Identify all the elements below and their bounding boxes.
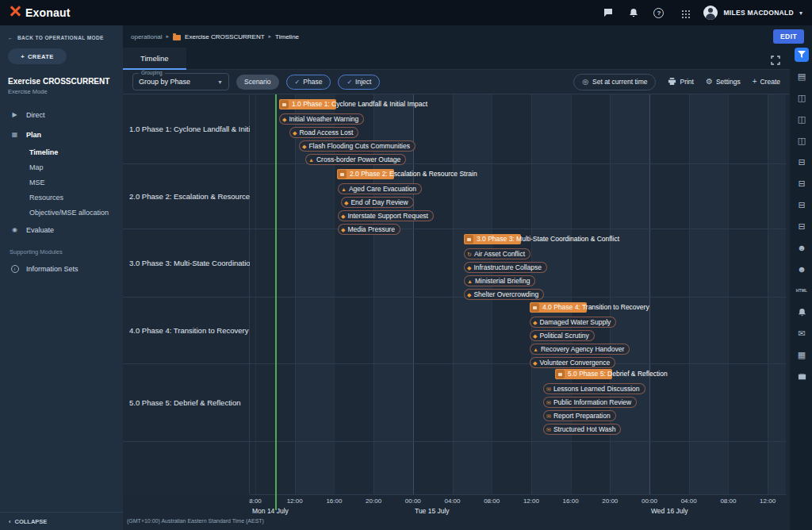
card-icon[interactable]: ◫ (795, 133, 809, 148)
mail-icon: ✉ (546, 400, 551, 405)
grouping-select[interactable]: Grouping Group by Phase ▼ (132, 73, 229, 90)
axis-tick: 08:00 (720, 497, 736, 505)
mail-icon: ✉ (546, 427, 551, 432)
phase-row: 3.0 Phase 3: Multi-State Coordination & … (250, 229, 786, 298)
inject-label: Cross-border Power Outage (316, 156, 400, 163)
breadcrumb-operational[interactable]: operational (131, 33, 163, 40)
phase-row-label: 4.0 Phase 4: Transition to Recovery (123, 298, 250, 364)
inject-chip-road-access-lost[interactable]: ◆Road Access Lost (289, 127, 358, 138)
sidebar-item-resources[interactable]: Resources (0, 190, 123, 205)
breadcrumb-timeline[interactable]: Timeline (275, 33, 299, 40)
sidebar-item-label: MSE (29, 179, 45, 186)
axis-tick: 12:00 (523, 497, 539, 505)
sidebar-create-button[interactable]: + CREATE (8, 48, 67, 64)
sidebar-item-direct[interactable]: ▶Direct (0, 105, 123, 125)
inject-chip-infrastructure-collapse[interactable]: ◆Infrastructure Collapse (464, 262, 547, 273)
phase-filter-chip[interactable]: ✓ Phase (286, 75, 331, 90)
sidebar-item-evaluate[interactable]: ◉Evaluate (0, 220, 123, 240)
print-button[interactable]: Print (668, 77, 693, 87)
inject-chip-political-scrutiny[interactable]: ◆Political Scrutiny (530, 330, 595, 341)
collapse-sidebar-button[interactable]: ‹ COLLAPSE (0, 512, 123, 530)
inject-chip-lessons-learned-discussion[interactable]: ✉Lessons Learned Discussion (543, 383, 645, 394)
tab-timeline[interactable]: Timeline (123, 48, 186, 70)
help-icon[interactable]: ? (653, 7, 665, 19)
bolt-icon: ◆ (533, 320, 537, 325)
inject-chip-damaged-water-supply[interactable]: ◆Damaged Water Supply (530, 317, 616, 328)
edit-button[interactable]: EDIT (773, 29, 804, 44)
inject-chip-ministerial-briefing[interactable]: ▲Ministerial Briefing (464, 275, 535, 286)
inject-chip-cross-border-power-outage[interactable]: ▲Cross-border Power Outage (305, 154, 406, 165)
bell-icon[interactable] (795, 305, 809, 319)
exercise-folder-icon (173, 35, 181, 40)
grouping-value: Group by Phase (139, 78, 190, 86)
sidebar-item-plan[interactable]: ▦Plan (0, 125, 123, 144)
brand-x-icon (10, 6, 21, 20)
settings-button[interactable]: ⚙ Settings (706, 78, 741, 86)
phase-bar-label: 1.0 Phase 1: Cyclone Landfall & Initial … (292, 99, 427, 109)
inject-chip-report-preparation[interactable]: ✉Report Preparation (543, 410, 616, 421)
back-to-operational-mode[interactable]: ← BACK TO OPERATIONAL MODE (0, 25, 123, 40)
back-arrow-icon: ← (8, 35, 13, 40)
inject-chip-air-asset-conflict[interactable]: ↻Air Asset Conflict (464, 248, 530, 259)
set-at-current-time-button[interactable]: ◎ Set at current time (573, 74, 656, 90)
group-icon[interactable]: ☻ (795, 240, 809, 255)
tray-icon[interactable]: ⊟ (795, 155, 809, 169)
axis-tick: 20:00 (602, 497, 618, 505)
document-icon[interactable]: ▤ (795, 69, 809, 83)
sidebar-item-objective-mse-allocation[interactable]: Objective/MSE allocation (0, 205, 123, 220)
sidebar-item-timeline[interactable]: Timeline (0, 144, 123, 159)
inject-chip-media-pressure[interactable]: ◆Media Pressure (338, 224, 400, 235)
notifications-bell-icon[interactable] (627, 7, 639, 19)
group-icon[interactable]: ☻ (795, 262, 809, 276)
case-icon[interactable] (795, 369, 809, 383)
warning-icon: ▲ (341, 186, 347, 192)
inject-chip-structured-hot-wash[interactable]: ✉Structured Hot Wash (543, 424, 621, 435)
sidebar-item-mse[interactable]: MSE (0, 175, 123, 190)
tray-icon[interactable]: ⊟ (795, 219, 809, 233)
phase-row-label: 3.0 Phase 3: Multi-State Coordination... (123, 229, 250, 298)
inject-label: End of Day Review (350, 198, 408, 206)
inject-chip-interstate-support-request[interactable]: ◆Interstate Support Request (338, 210, 434, 221)
tab-bar: Timeline (123, 48, 790, 70)
inject-chip-initial-weather-warning[interactable]: ◆Initial Weather Warning (279, 113, 364, 125)
apps-grid-icon[interactable] (678, 7, 690, 19)
bolt-icon: ◆ (282, 117, 286, 122)
inject-chip-public-information-review[interactable]: ✉Public Information Review (543, 397, 637, 408)
app-logo[interactable]: Exonaut (10, 6, 71, 20)
inject-filter-chip[interactable]: ✓ Inject (338, 75, 380, 90)
sidebar-item-map[interactable]: Map (0, 159, 123, 175)
plan-icon: ▦ (10, 132, 19, 138)
plus-icon: + (753, 78, 757, 86)
breadcrumb-separator-icon: ▸ (167, 33, 170, 40)
inject-chip-flash-flooding-cuts-communities[interactable]: ◆Flash Flooding Cuts Communities (299, 140, 416, 152)
bolt-icon: ◆ (302, 144, 306, 149)
axis-tick: 08:00 (484, 497, 500, 505)
inject-label: Shelter Overcrowding (473, 290, 538, 298)
inject-chip-end-of-day-review[interactable]: ◆End of Day Review (341, 197, 414, 208)
sidebar-item-information-sets[interactable]: iInformation Sets (0, 259, 123, 278)
user-menu[interactable]: MILES MACDONALD ▾ (703, 6, 802, 20)
day-label: Mon 14 July (252, 507, 289, 515)
fullscreen-icon[interactable] (771, 54, 780, 68)
inject-label: Media Pressure (347, 225, 395, 233)
inject-chip-aged-care-evacuation[interactable]: ▲Aged Care Evacuation (338, 183, 422, 194)
inject-chip-recovery-agency-handover[interactable]: ▲Recovery Agency Handover (530, 344, 630, 355)
mail-icon[interactable]: ✉ (795, 326, 809, 340)
scenario-filter-chip[interactable]: Scenario (236, 75, 279, 90)
tray-icon[interactable]: ⊟ (795, 198, 809, 212)
bolt-icon: ◆ (341, 213, 345, 219)
breadcrumb-exercise[interactable]: Exercise CROSSCURRENT (185, 33, 264, 40)
chat-icon[interactable] (602, 7, 614, 19)
filter-icon[interactable] (795, 48, 809, 62)
inject-chip-shelter-overcrowding[interactable]: ◆Shelter Overcrowding (464, 289, 544, 300)
card-icon[interactable]: ◫ (795, 90, 809, 105)
tray-icon[interactable]: ⊟ (795, 176, 809, 190)
inject-chip-volunteer-convergence[interactable]: ◆Volunteer Convergence (530, 357, 615, 368)
html-icon[interactable]: HTML (795, 283, 809, 298)
card-icon[interactable]: ◫ (795, 112, 809, 126)
exercise-name: Exercise CROSSCURRENT (0, 64, 123, 86)
gantt-chart-area[interactable]: 1.0 Phase 1: Cyclone Landfall & Initial … (250, 94, 786, 494)
create-button[interactable]: + Create (753, 78, 780, 86)
phase-bar-label: 4.0 Phase 4: Transition to Recovery (542, 302, 649, 313)
chart-icon[interactable]: ▦ (795, 348, 809, 362)
